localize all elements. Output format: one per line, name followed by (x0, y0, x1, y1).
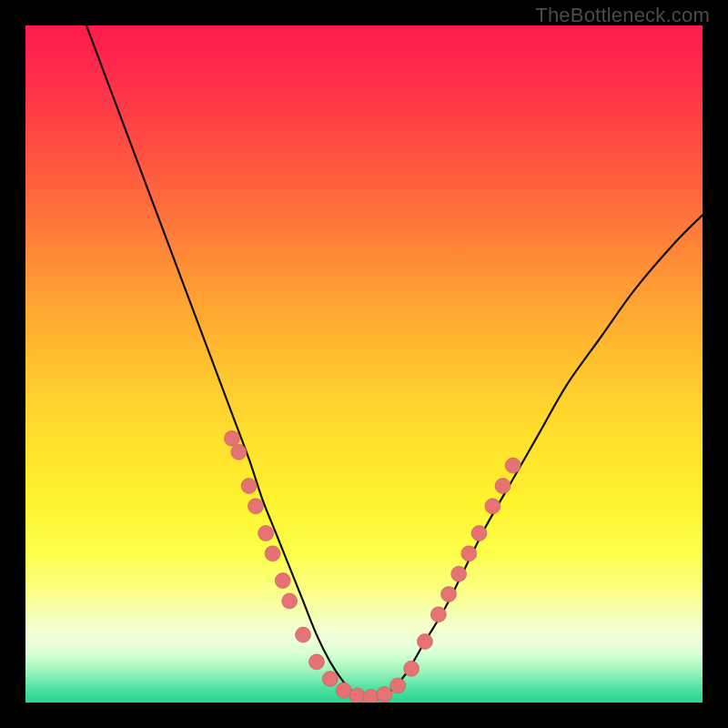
curve-marker (363, 690, 379, 703)
curve-marker (390, 678, 406, 693)
curve-marker (417, 634, 432, 650)
curve-marker (241, 478, 257, 493)
curve-marker (322, 671, 338, 686)
curve-marker (495, 478, 511, 493)
curve-marker (231, 444, 247, 460)
curve-marker (349, 688, 365, 703)
curve-marker (265, 546, 280, 561)
curve-marker (430, 607, 446, 622)
curve-marker (224, 430, 239, 446)
curve-marker (275, 573, 290, 589)
marker-group (224, 430, 521, 703)
chart-frame: TheBottleneck.com (0, 0, 728, 728)
curve-marker (377, 687, 392, 703)
curve-marker (308, 654, 324, 670)
curve-marker (296, 627, 311, 642)
curve-marker (505, 458, 521, 473)
curve-marker (248, 499, 263, 514)
watermark-label: TheBottleneck.com (535, 4, 710, 27)
curve-marker (451, 566, 467, 581)
curve-marker (461, 546, 477, 561)
curve-marker (258, 526, 274, 541)
curve-marker (336, 682, 351, 698)
curve-marker (404, 661, 420, 676)
curve-marker (471, 526, 487, 541)
bottleneck-curve (86, 25, 703, 699)
curve-layer (25, 25, 703, 703)
curve-marker (441, 586, 457, 602)
curve-marker (282, 593, 298, 609)
plot-area (25, 25, 703, 703)
curve-marker (485, 499, 500, 514)
